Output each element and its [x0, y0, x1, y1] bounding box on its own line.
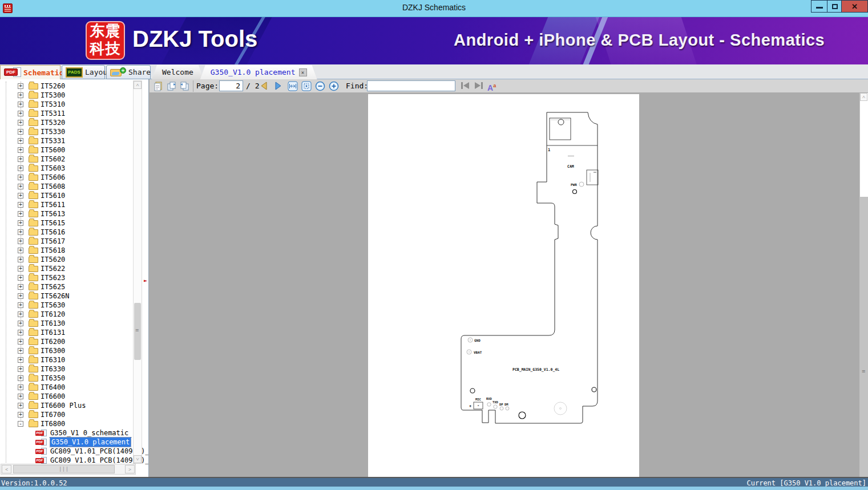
expand-icon[interactable]: +	[18, 394, 23, 399]
expand-icon[interactable]: +	[18, 293, 23, 299]
expand-icon[interactable]: +	[18, 384, 23, 390]
tree-folder-it6600-plus[interactable]: +IT6600 Plus	[0, 401, 148, 410]
match-case-icon[interactable]: Aa	[487, 81, 496, 91]
tree-folder-it6400[interactable]: +IT6400	[0, 383, 148, 392]
fit-width-icon[interactable]	[288, 81, 298, 91]
tree-folder-it5622[interactable]: +IT5622	[0, 264, 148, 273]
tree-folder-it6300[interactable]: +IT6300	[0, 346, 148, 355]
tab-schematic[interactable]: PDFSchematic	[0, 65, 60, 79]
tree-folder-it5600[interactable]: +IT5600	[0, 145, 148, 155]
expand-icon[interactable]: +	[18, 193, 23, 199]
fit-page-icon[interactable]	[301, 81, 312, 91]
expand-icon[interactable]: +	[18, 248, 23, 253]
tree-folder-it5602[interactable]: +IT5602	[0, 155, 148, 164]
tree-folder-it5613[interactable]: +IT5613	[0, 209, 148, 218]
expand-icon[interactable]: +	[18, 92, 23, 98]
tree-folder-it6800[interactable]: -IT6800	[0, 419, 148, 428]
tree-folder-it6130[interactable]: +IT6130	[0, 319, 148, 328]
tab-layout[interactable]: PADSLayout	[62, 65, 105, 79]
tree-folder-it5330[interactable]: +IT5330	[0, 127, 148, 136]
expand-icon[interactable]: +	[18, 220, 23, 226]
expand-icon[interactable]: +	[18, 403, 23, 408]
tree-folder-it5625[interactable]: +IT5625	[0, 282, 148, 291]
maximize-button[interactable]	[827, 0, 842, 13]
expand-icon[interactable]: +	[18, 275, 23, 281]
tree-folder-it6120[interactable]: +IT6120	[0, 310, 148, 319]
expand-icon[interactable]: +	[18, 83, 23, 89]
scroll-up-icon[interactable]: ˄	[860, 93, 867, 101]
tree-folder-it5620[interactable]: +IT5620	[0, 255, 148, 264]
tree-folder-it6700[interactable]: +IT6700	[0, 410, 148, 419]
tab-share[interactable]: +Share	[106, 65, 151, 79]
expand-icon[interactable]: +	[18, 120, 23, 125]
expand-icon[interactable]: +	[18, 375, 23, 381]
tree-folder-it6600[interactable]: +IT6600	[0, 392, 148, 401]
main-vertical-scrollbar[interactable]: ˄	[859, 93, 868, 477]
main-scroll-thumb[interactable]	[860, 197, 868, 477]
expand-icon[interactable]: +	[18, 357, 23, 363]
expand-icon[interactable]: +	[18, 175, 23, 180]
expand-icon[interactable]: +	[18, 156, 23, 162]
find-input[interactable]	[367, 80, 455, 91]
rotate-clockwise-icon[interactable]	[167, 81, 177, 91]
expand-icon[interactable]: +	[18, 412, 23, 418]
collapse-icon[interactable]: -	[18, 421, 23, 427]
tree-folder-it5311[interactable]: +IT5311	[0, 109, 148, 118]
tree-vertical-scrollbar[interactable]: ˄ ˅	[133, 80, 142, 464]
expand-icon[interactable]: +	[18, 257, 23, 262]
document-tab-g350-v1-0-placement[interactable]: G350_V1.0 placement✕	[200, 65, 317, 79]
close-button[interactable]: ✕	[841, 0, 868, 13]
tree-folder-it5608[interactable]: +IT5608	[0, 182, 148, 191]
tree-folder-it5300[interactable]: +IT5300	[0, 91, 148, 100]
tree-folder-it5610[interactable]: +IT5610	[0, 191, 148, 200]
expand-icon[interactable]: +	[18, 165, 23, 171]
expand-icon[interactable]: +	[18, 111, 23, 116]
previous-page-icon[interactable]	[259, 81, 268, 91]
tree-folder-it5310[interactable]: +IT5310	[0, 100, 148, 109]
tree-folder-it5626n[interactable]: +IT5626N	[0, 291, 148, 301]
expand-icon[interactable]: +	[18, 330, 23, 335]
tree-folder-it5611[interactable]: +IT5611	[0, 200, 148, 209]
tree-folder-it5616[interactable]: +IT5616	[0, 228, 148, 237]
tree-file-gc809-v1-01-pcb-140918-c[interactable]: PDFGC809_V1.01_PCB(140918)_C	[0, 447, 148, 456]
tree-folder-it5630[interactable]: +IT5630	[0, 301, 148, 310]
expand-icon[interactable]: +	[18, 229, 23, 235]
tree-folder-it5606[interactable]: +IT5606	[0, 173, 148, 182]
tree-scroll-thumb[interactable]	[134, 303, 141, 360]
collapse-panel-icon[interactable]: ►	[144, 278, 147, 284]
expand-icon[interactable]: +	[18, 366, 23, 372]
expand-icon[interactable]: +	[18, 129, 23, 135]
expand-icon[interactable]: +	[18, 238, 23, 244]
tree-folder-it6310[interactable]: +IT6310	[0, 355, 148, 365]
tree-folder-it5603[interactable]: +IT5603	[0, 164, 148, 173]
expand-icon[interactable]: +	[18, 266, 23, 272]
rotate-counterclockwise-icon[interactable]	[179, 81, 189, 91]
tree-folder-it6350[interactable]: +IT6350	[0, 374, 148, 383]
tree-file-g350-v1-0-schematic[interactable]: PDFG350_V1 0_schematic	[0, 428, 148, 438]
tree-folder-it5260[interactable]: +IT5260	[0, 82, 148, 91]
document-tab-welcome[interactable]: Welcome	[152, 65, 204, 79]
find-next-icon[interactable]	[474, 81, 484, 91]
tree-file-g350-v1-0-placement[interactable]: PDFG350_V1.0 placement	[0, 438, 148, 447]
page-number-input[interactable]	[219, 80, 243, 91]
tree-horizontal-scrollbar[interactable]: ˂ ||| ˃	[1, 464, 136, 475]
scroll-right-icon[interactable]: ˃	[125, 465, 135, 473]
tab-close-icon[interactable]: ✕	[299, 68, 307, 76]
scroll-up-icon[interactable]: ˄	[134, 81, 142, 89]
next-page-icon[interactable]	[274, 81, 283, 91]
expand-icon[interactable]: +	[18, 138, 23, 144]
zoom-out-icon[interactable]	[315, 81, 325, 91]
tree-folder-it5618[interactable]: +IT5618	[0, 246, 148, 255]
expand-icon[interactable]: +	[18, 321, 23, 326]
expand-icon[interactable]: +	[18, 184, 23, 189]
expand-icon[interactable]: +	[18, 311, 23, 317]
expand-icon[interactable]: +	[18, 202, 23, 208]
expand-icon[interactable]: +	[18, 284, 23, 290]
tree-hscroll-thumb[interactable]: |||	[13, 465, 115, 473]
copy-text-icon[interactable]	[154, 81, 164, 91]
scroll-left-icon[interactable]: ˂	[2, 465, 11, 473]
tree-folder-it5320[interactable]: +IT5320	[0, 118, 148, 127]
expand-icon[interactable]: +	[18, 302, 23, 308]
zoom-in-icon[interactable]	[329, 81, 339, 91]
tree-folder-it5615[interactable]: +IT5615	[0, 218, 148, 228]
